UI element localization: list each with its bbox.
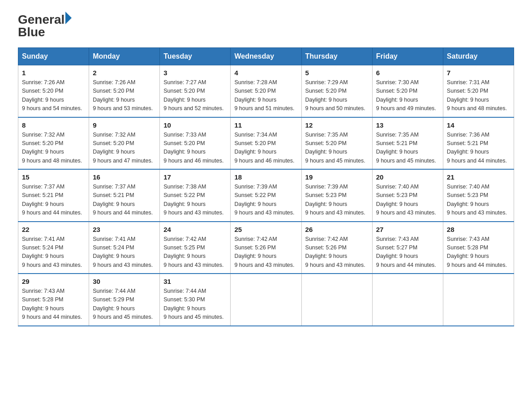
- day-info: Sunrise: 7:32 AMSunset: 5:20 PMDaylight:…: [93, 132, 153, 164]
- week-row-1: 1 Sunrise: 7:26 AMSunset: 5:20 PMDayligh…: [18, 65, 514, 117]
- day-cell-1: 1 Sunrise: 7:26 AMSunset: 5:20 PMDayligh…: [18, 65, 89, 117]
- day-number: 16: [93, 173, 156, 181]
- day-info: Sunrise: 7:39 AMSunset: 5:22 PMDaylight:…: [234, 184, 294, 216]
- day-info: Sunrise: 7:30 AMSunset: 5:20 PMDaylight:…: [376, 79, 436, 111]
- day-cell-9: 9 Sunrise: 7:32 AMSunset: 5:20 PMDayligh…: [89, 117, 160, 170]
- logo-arrow-icon: [65, 12, 72, 24]
- day-info: Sunrise: 7:43 AMSunset: 5:27 PMDaylight:…: [376, 236, 436, 268]
- day-cell-31: 31 Sunrise: 7:44 AMSunset: 5:30 PMDaylig…: [160, 274, 231, 326]
- day-number: 19: [305, 173, 369, 181]
- day-info: Sunrise: 7:38 AMSunset: 5:22 PMDaylight:…: [163, 184, 223, 216]
- day-cell-21: 21 Sunrise: 7:40 AMSunset: 5:23 PMDaylig…: [443, 169, 514, 222]
- day-info: Sunrise: 7:43 AMSunset: 5:28 PMDaylight:…: [22, 288, 82, 320]
- day-number: 11: [234, 121, 297, 129]
- day-cell-20: 20 Sunrise: 7:40 AMSunset: 5:23 PMDaylig…: [372, 169, 443, 222]
- day-number: 15: [22, 173, 85, 181]
- day-cell-17: 17 Sunrise: 7:38 AMSunset: 5:22 PMDaylig…: [160, 169, 231, 222]
- logo-general: General: [18, 13, 64, 26]
- day-cell-15: 15 Sunrise: 7:37 AMSunset: 5:21 PMDaylig…: [18, 169, 89, 222]
- calendar-table: SundayMondayTuesdayWednesdayThursdayFrid…: [18, 47, 514, 326]
- day-info: Sunrise: 7:41 AMSunset: 5:24 PMDaylight:…: [93, 236, 153, 268]
- header-friday: Friday: [372, 48, 443, 65]
- day-cell-30: 30 Sunrise: 7:44 AMSunset: 5:29 PMDaylig…: [89, 274, 160, 326]
- day-info: Sunrise: 7:35 AMSunset: 5:20 PMDaylight:…: [305, 132, 365, 164]
- day-number: 30: [93, 278, 156, 285]
- header-sunday: Sunday: [18, 48, 89, 65]
- header-saturday: Saturday: [443, 48, 514, 65]
- day-cell-6: 6 Sunrise: 7:30 AMSunset: 5:20 PMDayligh…: [372, 65, 443, 117]
- day-info: Sunrise: 7:37 AMSunset: 5:21 PMDaylight:…: [93, 184, 153, 216]
- day-number: 17: [163, 173, 227, 181]
- day-number: 18: [234, 173, 297, 181]
- day-info: Sunrise: 7:34 AMSunset: 5:20 PMDaylight:…: [234, 132, 294, 164]
- day-number: 13: [376, 121, 439, 129]
- day-cell-13: 13 Sunrise: 7:35 AMSunset: 5:21 PMDaylig…: [372, 117, 443, 170]
- day-cell-14: 14 Sunrise: 7:36 AMSunset: 5:21 PMDaylig…: [443, 117, 514, 170]
- day-number: 23: [93, 226, 156, 233]
- day-info: Sunrise: 7:39 AMSunset: 5:23 PMDaylight:…: [305, 184, 365, 216]
- day-number: 25: [234, 226, 297, 233]
- day-number: 1: [22, 69, 85, 77]
- day-info: Sunrise: 7:26 AMSunset: 5:20 PMDaylight:…: [22, 79, 82, 111]
- day-cell-5: 5 Sunrise: 7:29 AMSunset: 5:20 PMDayligh…: [301, 65, 372, 117]
- week-row-5: 29 Sunrise: 7:43 AMSunset: 5:28 PMDaylig…: [18, 274, 514, 326]
- day-cell-29: 29 Sunrise: 7:43 AMSunset: 5:28 PMDaylig…: [18, 274, 89, 326]
- day-number: 28: [447, 226, 510, 233]
- day-number: 29: [22, 278, 85, 285]
- day-info: Sunrise: 7:33 AMSunset: 5:20 PMDaylight:…: [163, 132, 223, 164]
- empty-cell: [301, 274, 372, 326]
- day-cell-2: 2 Sunrise: 7:26 AMSunset: 5:20 PMDayligh…: [89, 65, 160, 117]
- week-row-4: 22 Sunrise: 7:41 AMSunset: 5:24 PMDaylig…: [18, 222, 514, 274]
- day-number: 26: [305, 226, 369, 233]
- calendar-header-row: SundayMondayTuesdayWednesdayThursdayFrid…: [18, 48, 514, 65]
- day-cell-10: 10 Sunrise: 7:33 AMSunset: 5:20 PMDaylig…: [160, 117, 231, 170]
- header-monday: Monday: [89, 48, 160, 65]
- day-cell-11: 11 Sunrise: 7:34 AMSunset: 5:20 PMDaylig…: [231, 117, 301, 170]
- day-cell-12: 12 Sunrise: 7:35 AMSunset: 5:20 PMDaylig…: [301, 117, 372, 170]
- week-row-2: 8 Sunrise: 7:32 AMSunset: 5:20 PMDayligh…: [18, 117, 514, 170]
- day-info: Sunrise: 7:40 AMSunset: 5:23 PMDaylight:…: [376, 184, 436, 216]
- day-number: 9: [93, 121, 156, 129]
- logo: General Blue: [18, 13, 72, 39]
- day-number: 12: [305, 121, 369, 129]
- day-info: Sunrise: 7:42 AMSunset: 5:26 PMDaylight:…: [234, 236, 294, 268]
- day-cell-16: 16 Sunrise: 7:37 AMSunset: 5:21 PMDaylig…: [89, 169, 160, 222]
- day-number: 20: [376, 173, 439, 181]
- day-info: Sunrise: 7:44 AMSunset: 5:29 PMDaylight:…: [93, 288, 153, 320]
- day-cell-28: 28 Sunrise: 7:43 AMSunset: 5:28 PMDaylig…: [443, 222, 514, 274]
- day-number: 7: [447, 69, 510, 77]
- day-number: 24: [163, 226, 227, 233]
- day-info: Sunrise: 7:27 AMSunset: 5:20 PMDaylight:…: [163, 79, 223, 111]
- day-cell-27: 27 Sunrise: 7:43 AMSunset: 5:27 PMDaylig…: [372, 222, 443, 274]
- day-number: 21: [447, 173, 510, 181]
- day-number: 8: [22, 121, 85, 129]
- day-info: Sunrise: 7:42 AMSunset: 5:26 PMDaylight:…: [305, 236, 365, 268]
- day-number: 31: [163, 278, 227, 285]
- day-info: Sunrise: 7:29 AMSunset: 5:20 PMDaylight:…: [305, 79, 365, 111]
- day-info: Sunrise: 7:40 AMSunset: 5:23 PMDaylight:…: [447, 184, 507, 216]
- day-info: Sunrise: 7:41 AMSunset: 5:24 PMDaylight:…: [22, 236, 82, 268]
- day-number: 27: [376, 226, 439, 233]
- day-cell-8: 8 Sunrise: 7:32 AMSunset: 5:20 PMDayligh…: [18, 117, 89, 170]
- day-number: 4: [234, 69, 297, 77]
- day-number: 6: [376, 69, 439, 77]
- week-row-3: 15 Sunrise: 7:37 AMSunset: 5:21 PMDaylig…: [18, 169, 514, 222]
- day-cell-4: 4 Sunrise: 7:28 AMSunset: 5:20 PMDayligh…: [231, 65, 301, 117]
- day-number: 2: [93, 69, 156, 77]
- day-info: Sunrise: 7:31 AMSunset: 5:20 PMDaylight:…: [447, 79, 507, 111]
- day-cell-22: 22 Sunrise: 7:41 AMSunset: 5:24 PMDaylig…: [18, 222, 89, 274]
- day-number: 3: [163, 69, 227, 77]
- day-info: Sunrise: 7:43 AMSunset: 5:28 PMDaylight:…: [447, 236, 507, 268]
- header-tuesday: Tuesday: [160, 48, 231, 65]
- header-thursday: Thursday: [301, 48, 372, 65]
- empty-cell: [372, 274, 443, 326]
- day-info: Sunrise: 7:42 AMSunset: 5:25 PMDaylight:…: [163, 236, 223, 268]
- day-info: Sunrise: 7:35 AMSunset: 5:21 PMDaylight:…: [376, 132, 436, 164]
- day-cell-24: 24 Sunrise: 7:42 AMSunset: 5:25 PMDaylig…: [160, 222, 231, 274]
- day-cell-19: 19 Sunrise: 7:39 AMSunset: 5:23 PMDaylig…: [301, 169, 372, 222]
- day-info: Sunrise: 7:28 AMSunset: 5:20 PMDaylight:…: [234, 79, 294, 111]
- day-cell-3: 3 Sunrise: 7:27 AMSunset: 5:20 PMDayligh…: [160, 65, 231, 117]
- day-cell-7: 7 Sunrise: 7:31 AMSunset: 5:20 PMDayligh…: [443, 65, 514, 117]
- day-number: 14: [447, 121, 510, 129]
- day-info: Sunrise: 7:37 AMSunset: 5:21 PMDaylight:…: [22, 184, 82, 216]
